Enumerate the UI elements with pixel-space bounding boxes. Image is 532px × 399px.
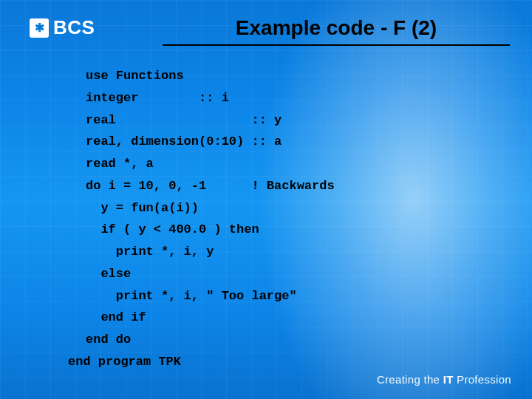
slide-title: Example code - F (2) [163,16,510,46]
code-line: real :: y [86,113,282,127]
code-line: end if [86,310,146,324]
tagline-suffix: Profession [454,373,511,386]
code-block: use Functions integer :: i real :: y rea… [86,65,335,373]
code-line: print *, i, " Too large" [86,289,297,303]
brand-badge-glyph: ✱ [35,22,44,34]
code-line: if ( y < 400.0 ) then [86,222,259,236]
tagline-bold: IT [443,373,454,386]
code-line: read *, a [86,157,154,171]
slide: ✱ BCS Example code - F (2) use Functions… [0,0,532,399]
code-line: real, dimension(0:10) :: a [86,134,282,149]
code-line: else [86,267,131,281]
footer-tagline: Creating the IT Profession [377,373,511,386]
code-line: integer :: i [86,91,229,105]
code-line: end do [86,332,131,347]
brand-text: BCS [53,16,95,39]
code-line: print *, i, y [86,245,214,259]
code-line: y = fun(a(i)) [86,201,199,215]
brand-logo: ✱ BCS [30,16,95,39]
brand-badge-icon: ✱ [30,18,49,38]
code-line: end program TPK [68,351,181,373]
code-line: use Functions [86,69,184,83]
code-line: do i = 10, 0, -1 ! Backwards [86,179,335,193]
tagline-prefix: Creating the [377,373,443,386]
